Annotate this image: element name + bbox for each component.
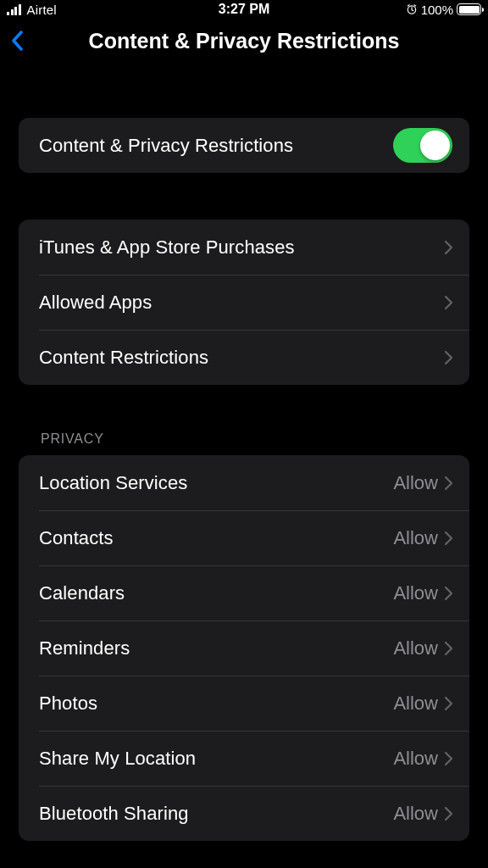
content-restrictions-row[interactable]: Content Restrictions [19,330,469,385]
navigation-bar: Content & Privacy Restrictions [0,19,488,63]
chevron-right-icon [445,531,452,545]
carrier-label: Airtel [27,3,57,17]
main-toggle-group: Content & Privacy Restrictions [19,118,469,173]
row-label: Location Services [39,472,187,494]
chevron-right-icon [445,697,452,710]
contacts-row[interactable]: Contacts Allow [19,510,469,565]
chevron-right-icon [445,476,452,490]
chevron-right-icon [445,296,452,309]
location-services-row[interactable]: Location Services Allow [19,455,469,510]
bluetooth-sharing-row[interactable]: Bluetooth Sharing Allow [19,786,469,841]
toggle-label: Content & Privacy Restrictions [39,135,293,157]
chevron-right-icon [445,587,452,600]
row-value: Allow [393,582,438,604]
status-right: 100% [406,3,481,17]
reminders-row[interactable]: Reminders Allow [19,620,469,676]
share-my-location-row[interactable]: Share My Location Allow [19,731,469,786]
back-button[interactable] [7,27,27,54]
row-label: Allowed Apps [39,292,152,314]
row-value: Allow [393,693,438,715]
row-value: Allow [393,527,438,549]
chevron-right-icon [445,642,452,655]
chevron-right-icon [445,807,452,821]
alarm-icon [406,3,418,15]
row-value: Allow [393,803,438,825]
content-area: Content & Privacy Restrictions iTunes & … [0,63,488,841]
row-label: Photos [39,693,97,715]
battery-percentage: 100% [421,3,453,17]
row-label: iTunes & App Store Purchases [39,236,295,259]
status-left: Airtel [7,3,57,17]
calendars-row[interactable]: Calendars Allow [19,565,469,620]
privacy-section-header: PRIVACY [41,431,469,447]
allowed-apps-row[interactable]: Allowed Apps [19,275,469,330]
row-value: Allow [393,637,438,659]
settings-group: iTunes & App Store Purchases Allowed App… [19,220,469,385]
chevron-right-icon [445,752,452,765]
row-label: Share My Location [39,748,196,770]
battery-icon [457,3,481,15]
row-label: Reminders [39,637,130,659]
row-label: Bluetooth Sharing [39,803,189,825]
chevron-right-icon [445,351,452,364]
row-value: Allow [393,748,438,770]
privacy-group: Location Services Allow Contacts Allow C… [19,455,469,841]
itunes-app-store-row[interactable]: iTunes & App Store Purchases [19,220,469,275]
photos-row[interactable]: Photos Allow [19,676,469,731]
row-label: Calendars [39,582,125,604]
content-privacy-toggle[interactable] [393,128,452,163]
signal-bars-icon [7,4,21,15]
status-bar: Airtel 3:27 PM 100% [0,0,488,19]
page-title: Content & Privacy Restrictions [0,29,488,53]
row-value: Allow [393,472,438,494]
chevron-right-icon [445,241,452,254]
content-privacy-toggle-row[interactable]: Content & Privacy Restrictions [19,118,469,173]
row-label: Content Restrictions [39,347,208,369]
row-label: Contacts [39,527,114,549]
